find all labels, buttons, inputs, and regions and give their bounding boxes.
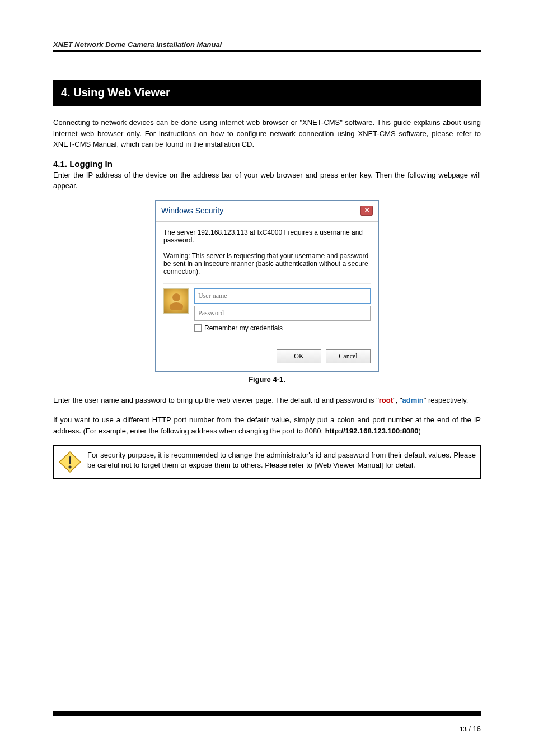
default-password: admin	[402, 396, 424, 404]
password-input[interactable]	[194, 306, 371, 321]
remember-checkbox[interactable]	[194, 324, 202, 332]
close-icon: ✕	[364, 207, 369, 213]
security-note-text: For security purpose, it is recommended …	[87, 450, 476, 474]
figure-caption: Figure 4-1.	[53, 375, 481, 384]
username-input[interactable]	[194, 288, 371, 304]
security-dialog: Windows Security ✕ The server 192.168.12…	[155, 200, 379, 372]
cancel-button[interactable]: Cancel	[326, 349, 371, 363]
port-instructions-text: If you want to use a different HTTP port…	[53, 414, 481, 436]
default-credentials-text: Enter the user name and password to brin…	[53, 395, 481, 406]
dialog-title: Windows Security	[161, 206, 223, 215]
subsection-title-text: Logging In	[69, 159, 113, 169]
page-header-title: XNET Network Dome Camera Installation Ma…	[53, 40, 222, 49]
intro-text: Connecting to network devices can be don…	[53, 117, 481, 150]
subsection-lead: Enter the IP address of the device on th…	[53, 170, 481, 192]
page-number: 13 / 16	[53, 725, 481, 734]
dialog-message-1: The server 192.168.123.113 at IxC4000T r…	[163, 228, 371, 244]
footer-divider	[53, 711, 481, 716]
close-button[interactable]: ✕	[360, 206, 373, 216]
section-title: Using Web Viewer	[73, 86, 170, 99]
warning-icon	[58, 450, 82, 474]
page-footer: 13 / 16	[53, 711, 481, 734]
default-username: root	[379, 396, 393, 404]
example-url: http://192.168.123.100:8080	[325, 427, 419, 435]
svg-point-2	[69, 466, 72, 469]
subsection-heading: 4.1. Logging In	[53, 159, 481, 169]
ok-button[interactable]: OK	[277, 349, 321, 363]
subsection-number: 4.1.	[53, 159, 67, 169]
remember-label: Remember my credentials	[204, 324, 283, 332]
section-banner: 4. Using Web Viewer	[53, 80, 481, 106]
dialog-message-2: Warning: This server is requesting that …	[163, 252, 371, 276]
section-number: 4.	[61, 86, 71, 99]
svg-rect-1	[69, 456, 71, 464]
user-avatar-icon	[163, 288, 189, 314]
security-note: For security purpose, it is recommended …	[53, 445, 481, 479]
